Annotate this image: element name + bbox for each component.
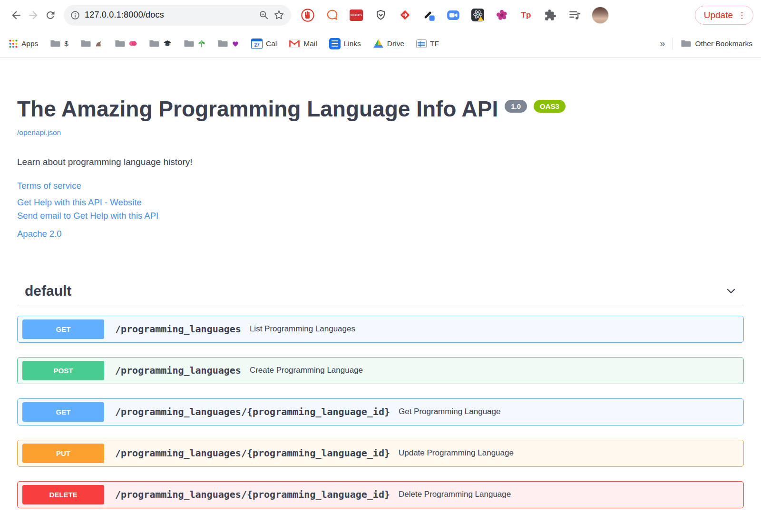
back-arrow-icon <box>10 9 22 21</box>
endpoint-path: /programming_languages/{programming_lang… <box>115 489 390 500</box>
bookmark-calendar[interactable]: 27 Cal <box>251 39 277 49</box>
reload-button[interactable] <box>42 7 59 24</box>
folder-icon <box>184 39 195 48</box>
address-bar[interactable]: 127.0.0.1:8000/docs <box>64 5 291 26</box>
three-dot-menu-icon[interactable]: ⋮ <box>738 10 746 20</box>
atom-extension-icon[interactable] <box>470 8 485 22</box>
reload-icon <box>45 10 56 21</box>
tp-badge-label: Tp <box>521 10 531 20</box>
license-link[interactable]: Apache 2.0 <box>17 229 62 239</box>
tf-label: TF <box>430 39 439 48</box>
purple-flower-extension-icon[interactable] <box>495 8 509 22</box>
endpoint-summary: List Programming Languages <box>250 324 355 334</box>
zoom-video-extension-icon[interactable] <box>446 8 460 22</box>
folder-icon <box>50 39 61 48</box>
links-label: Links <box>344 39 361 48</box>
contact-email-link[interactable]: Send email to Get Help with this API <box>17 211 158 221</box>
forward-button[interactable] <box>25 7 42 24</box>
gmail-icon <box>289 39 300 48</box>
page-title: The Amazing Programming Language Info AP… <box>17 97 744 122</box>
media-queue-icon[interactable] <box>567 8 582 22</box>
http-method-badge: POST <box>22 361 104 380</box>
chevron-down-icon[interactable] <box>725 285 737 297</box>
endpoint-path: /programming_languages/{programming_lang… <box>115 406 390 417</box>
terms-of-service-link[interactable]: Terms of service <box>17 181 81 191</box>
calendar-label: Cal <box>266 39 277 48</box>
bookmarks-bar: Apps $ 27 Cal Mail Links <box>0 30 761 58</box>
endpoint-row[interactable]: POST /programming_languages Create Progr… <box>17 357 744 384</box>
endpoint-row[interactable]: GET /programming_languages List Programm… <box>17 316 744 343</box>
bookmark-drive[interactable]: Drive <box>373 39 404 48</box>
tf-doc-icon <box>416 39 427 48</box>
api-description: Learn about programming language history… <box>17 157 744 167</box>
bookmark-folder-purple-heart[interactable] <box>217 39 239 48</box>
page-info-icon[interactable] <box>70 10 80 20</box>
purple-heart-emoji-icon <box>232 40 239 47</box>
folder-icon <box>217 39 228 48</box>
herb-emoji-icon <box>198 40 205 48</box>
bookmark-folder-dollar[interactable]: $ <box>50 39 68 48</box>
http-method-badge: GET <box>22 402 104 422</box>
forward-arrow-icon <box>27 9 39 21</box>
api-title-text: The Amazing Programming Language Info AP… <box>17 97 498 122</box>
back-button[interactable] <box>8 7 25 24</box>
bookmark-folder-brain[interactable] <box>115 39 137 48</box>
endpoint-row[interactable]: DELETE /programming_languages/{programmi… <box>17 481 744 508</box>
browser-toolbar: 127.0.0.1:8000/docs CORS <box>0 0 761 30</box>
endpoint-row[interactable]: GET /programming_languages/{programming_… <box>17 398 744 426</box>
bookmark-folder-herb[interactable] <box>184 39 205 48</box>
horse-emoji-icon <box>95 40 103 48</box>
apps-grid-icon <box>9 39 18 48</box>
bookmark-folder-horse[interactable] <box>80 39 103 48</box>
update-button[interactable]: Update ⋮ <box>695 6 753 25</box>
endpoint-path: /programming_languages/{programming_lang… <box>115 447 390 459</box>
red-arrow-extension-icon[interactable] <box>398 8 412 22</box>
bookmark-star-icon[interactable] <box>273 10 284 20</box>
other-bookmarks[interactable]: Other Bookmarks <box>681 39 752 48</box>
endpoint-summary: Delete Programming Language <box>399 490 511 499</box>
apps-label: Apps <box>21 39 38 48</box>
tag-section-header[interactable]: default <box>17 283 744 306</box>
openapi-spec-link[interactable]: /openapi.json <box>17 128 61 137</box>
update-label: Update <box>704 10 733 20</box>
endpoint-summary: Create Programming Language <box>250 366 363 375</box>
graduation-cap-emoji-icon <box>163 40 172 47</box>
endpoint-summary: Get Programming Language <box>399 407 501 416</box>
cors-extension-icon[interactable]: CORS <box>349 8 363 22</box>
bookmark-links[interactable]: Links <box>329 38 361 49</box>
endpoints-list: GET /programming_languages List Programm… <box>17 316 744 508</box>
cors-badge-label: CORS <box>350 10 363 21</box>
endpoint-row[interactable]: PUT /programming_languages/{programming_… <box>17 440 744 467</box>
oas3-badge: OAS3 <box>534 100 566 113</box>
brain-emoji-icon <box>129 40 137 47</box>
bookmarks-overflow-chevron-icon[interactable]: » <box>660 38 665 49</box>
bookmark-gmail[interactable]: Mail <box>289 39 317 48</box>
folder-icon <box>149 39 160 48</box>
apps-shortcut[interactable]: Apps <box>9 39 38 48</box>
endpoint-summary: Update Programming Language <box>399 448 514 458</box>
color-picker-extension-icon[interactable] <box>422 8 436 22</box>
bookmarks-divider <box>673 38 673 50</box>
bookmark-folder-graduation[interactable] <box>149 39 172 48</box>
http-method-badge: PUT <box>22 444 104 463</box>
dollar-label: $ <box>64 39 68 48</box>
google-drive-icon <box>373 39 384 48</box>
tp-extension-icon[interactable]: Tp <box>519 8 533 22</box>
other-bookmarks-label: Other Bookmarks <box>695 39 752 48</box>
shield-extension-icon[interactable] <box>373 8 388 22</box>
gmail-label: Mail <box>303 39 317 48</box>
calendar-day: 27 <box>254 41 259 48</box>
zoom-lens-icon[interactable] <box>259 10 269 20</box>
http-method-badge: GET <box>22 319 104 339</box>
http-method-badge: DELETE <box>22 485 104 504</box>
url-text[interactable]: 127.0.0.1:8000/docs <box>85 10 254 20</box>
folder-icon <box>681 39 692 48</box>
profile-avatar[interactable] <box>592 7 609 24</box>
calendar-icon: 27 <box>251 39 263 49</box>
extensions-puzzle-icon[interactable] <box>543 8 557 22</box>
stop-hand-extension-icon[interactable] <box>301 8 315 22</box>
bookmark-tf[interactable]: TF <box>416 39 439 48</box>
contact-website-link[interactable]: Get Help with this API - Website <box>17 197 142 207</box>
speech-bubble-extension-icon[interactable] <box>325 8 339 22</box>
drive-label: Drive <box>387 39 404 48</box>
